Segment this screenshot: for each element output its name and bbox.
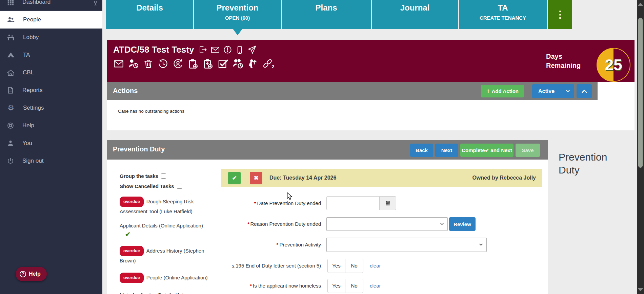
help-fab-button[interactable]: ? Help (16, 267, 47, 281)
save-button[interactable]: Save (516, 144, 540, 157)
logout-case-icon[interactable] (198, 45, 207, 54)
sidebar-item-dashboard[interactable]: Dashboard (0, 0, 102, 11)
letter-sent-label: s.195 End of Duty letter sent (section 5… (209, 259, 321, 273)
clear-link[interactable]: clear (370, 259, 381, 273)
unlink-icon[interactable]: 2 (262, 58, 274, 69)
person-up-icon[interactable] (248, 59, 258, 69)
tab-details[interactable]: Details (106, 0, 193, 29)
clipboard-add-icon[interactable] (187, 58, 198, 69)
reason-ended-select[interactable] (326, 217, 448, 231)
complete-and-next-button[interactable]: Complete✔ and Next (460, 144, 514, 157)
sidebar-item-label: CBL (23, 69, 34, 76)
sidebar-nav: Dashboard People Lobby TA CBL Reports (0, 0, 102, 170)
scroll-down-arrow[interactable] (638, 288, 643, 292)
review-button[interactable]: Review (449, 217, 476, 231)
mobile-icon[interactable] (235, 45, 244, 54)
group-tasks-checkbox[interactable] (161, 173, 166, 179)
yes-button[interactable]: Yes (328, 279, 345, 293)
no-button[interactable]: No (345, 279, 363, 293)
question-circle-icon: ? (20, 271, 26, 277)
cancel-task-button[interactable]: ✖ (250, 172, 262, 184)
homeless-label: *Is the applicant now homeless (209, 279, 321, 293)
tab-label: Prevention (194, 3, 281, 13)
sidebar-item-help[interactable]: Help (0, 117, 102, 134)
email-icon[interactable] (210, 45, 220, 55)
yes-button[interactable]: Yes (328, 259, 345, 273)
chevron-down-icon (440, 223, 444, 225)
person-icon (7, 140, 14, 147)
send-icon[interactable] (247, 45, 257, 55)
add-action-button[interactable]: +Add Action (481, 85, 524, 97)
power-icon (7, 157, 14, 165)
date-ended-label: *Date Prevention Duty ended (209, 196, 321, 210)
sidebar-item-settings[interactable]: ⚙ Settings (0, 99, 102, 117)
sidebar-item-label: Help (22, 122, 34, 129)
clear-link[interactable]: clear (370, 279, 381, 293)
actions-filter-value: Active (538, 88, 555, 94)
no-button[interactable]: No (345, 259, 363, 273)
message-icon[interactable] (113, 58, 124, 69)
vertical-scrollbar[interactable] (637, 0, 644, 294)
sidebar-item-lobby[interactable]: Lobby (0, 29, 102, 46)
next-button[interactable]: Next (435, 144, 458, 157)
prevention-activity-select[interactable] (326, 238, 487, 252)
people-clock-icon[interactable] (233, 58, 244, 69)
days-remaining-label: Days Remaining (546, 52, 588, 70)
tab-prevention[interactable]: Prevention OPEN (60) (194, 0, 281, 29)
person-clock-icon[interactable] (128, 58, 139, 69)
prevention-activity-label: *Prevention Activity (209, 238, 321, 252)
prevention-duty-title: Prevention Duty (113, 145, 165, 153)
more-actions-button[interactable]: ⋮ (548, 0, 572, 29)
form-row-date: *Date Prevention Duty ended (107, 196, 548, 210)
actions-panel: Actions +Add Action Active Case has no o… (107, 82, 635, 130)
tab-ta[interactable]: TA CREATE TENANCY (459, 0, 547, 29)
form-row-letter-sent: s.195 End of Duty letter sent (section 5… (107, 259, 548, 273)
tab-label: Details (106, 3, 193, 13)
sidebar-item-ta[interactable]: TA (0, 46, 102, 64)
prevention-duty-panel: Group the tasks Show Cancelled Tasks ove… (107, 160, 548, 294)
sidebar-item-you[interactable]: You (0, 134, 102, 152)
sidebar-item-label: People (23, 16, 41, 23)
history-icon[interactable] (158, 58, 168, 69)
check-icon: ✔ (485, 147, 489, 153)
complete-task-button[interactable]: ✔ (228, 172, 241, 184)
person-sync-icon[interactable] (173, 58, 183, 69)
sidebar-item-reports[interactable]: Reports (0, 81, 102, 99)
kebab-icon: ⋮ (556, 9, 565, 20)
sidebar-item-cbl[interactable]: CBL (0, 64, 102, 81)
help-fab-label: Help (29, 271, 41, 277)
actions-filter-select[interactable]: Active (532, 84, 574, 98)
sidebar-item-label: Dashboard (22, 0, 51, 5)
checkbox-check-icon[interactable] (217, 58, 228, 69)
tab-label: Journal (372, 3, 458, 13)
collapse-actions-button[interactable] (577, 84, 592, 98)
alert-circle-icon[interactable] (223, 45, 232, 54)
sidebar: Dashboard People Lobby TA CBL Reports (0, 0, 102, 294)
active-tab-pointer (233, 29, 242, 35)
tab-sublabel: OPEN (60) (194, 15, 281, 21)
life-ring-icon (7, 122, 14, 129)
show-cancelled-label: Show Cancelled Tasks (120, 183, 174, 189)
unlink-count: 2 (272, 64, 274, 69)
chevron-up-icon (582, 89, 587, 93)
case-title: ATDC/58 Test Testy (113, 44, 194, 55)
clipboard-check-icon[interactable] (202, 58, 213, 69)
scrollbar-thumb[interactable] (638, 18, 643, 168)
tab-plans[interactable]: Plans (282, 0, 371, 29)
letter-sent-toggle: Yes No (327, 259, 363, 273)
calendar-icon (385, 200, 391, 206)
delete-icon[interactable] (143, 58, 154, 69)
scroll-up-arrow[interactable] (638, 2, 643, 6)
gear-icon: ⚙ (7, 104, 15, 112)
show-cancelled-checkbox[interactable] (177, 184, 182, 189)
page: Dashboard People Lobby TA CBL Reports (0, 0, 644, 294)
pin-icon[interactable] (93, 0, 98, 6)
calendar-button[interactable] (379, 196, 396, 210)
sidebar-item-signout[interactable]: Sign out (0, 152, 102, 170)
sidebar-item-label: Settings (23, 105, 44, 111)
tab-journal[interactable]: Journal (372, 0, 458, 29)
desk-icon (7, 33, 15, 41)
back-button[interactable]: Back (410, 144, 433, 157)
date-ended-input[interactable] (326, 196, 379, 210)
sidebar-item-people[interactable]: People (0, 11, 102, 29)
